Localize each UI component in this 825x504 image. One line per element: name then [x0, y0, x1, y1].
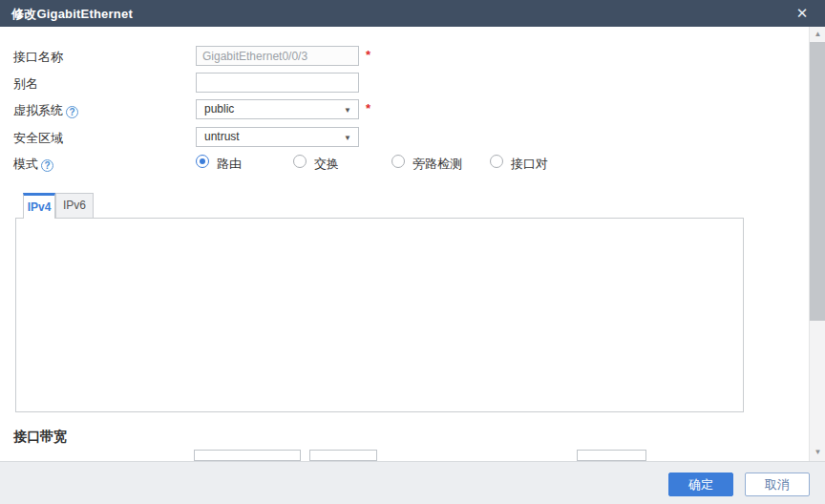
mode-radio-interface-pair[interactable] — [490, 155, 503, 168]
virtual-system-select[interactable]: public ▼ — [196, 99, 359, 119]
close-icon[interactable]: ✕ — [793, 4, 812, 23]
bandwidth-select-partial[interactable] — [577, 450, 646, 461]
mode-label: 模式? — [13, 156, 53, 173]
bandwidth-input-partial[interactable] — [194, 450, 301, 461]
scrollbar-thumb[interactable] — [810, 42, 825, 321]
tab-ipv6[interactable]: IPv6 — [55, 193, 94, 219]
required-asterisk: * — [366, 101, 370, 116]
cancel-button[interactable]: 取消 — [745, 472, 810, 496]
help-icon[interactable]: ? — [41, 159, 53, 172]
mode-radio-switch-label: 交换 — [314, 156, 339, 173]
scroll-down-icon[interactable]: ▼ — [810, 445, 825, 459]
tab-ipv4[interactable]: IPv4 — [23, 193, 55, 219]
ok-button[interactable]: 确定 — [668, 472, 733, 496]
dialog-footer: 确定 取消 — [0, 461, 825, 504]
security-zone-value: untrust — [204, 128, 240, 146]
scroll-up-icon[interactable]: ▲ — [810, 27, 825, 41]
help-icon[interactable]: ? — [66, 106, 78, 118]
chevron-down-icon: ▼ — [344, 106, 351, 115]
dialog-titlebar: 修改GigabitEthernet ✕ — [0, 0, 825, 27]
required-asterisk: * — [366, 48, 370, 62]
modify-interface-dialog: 修改GigabitEthernet ✕ 接口名称 * 别名 虚拟系统? publ… — [0, 0, 825, 504]
virtual-system-value: public — [204, 100, 234, 118]
mode-radio-route-label: 路由 — [217, 156, 242, 173]
mode-radio-interface-pair-label: 接口对 — [511, 156, 548, 173]
security-zone-label: 安全区域 — [13, 130, 63, 147]
mode-radio-bypass-detect[interactable] — [391, 155, 405, 168]
security-zone-select[interactable]: untrust ▼ — [196, 127, 359, 147]
ipv4-panel — [15, 218, 744, 412]
mode-radio-switch[interactable] — [293, 155, 307, 168]
virtual-system-label: 虚拟系统? — [13, 102, 78, 119]
scrollbar[interactable]: ▲ ▼ — [809, 27, 825, 461]
bandwidth-input-partial[interactable] — [309, 450, 377, 461]
alias-label: 别名 — [13, 75, 38, 93]
alias-input[interactable] — [196, 73, 359, 93]
interface-name-label: 接口名称 — [13, 49, 63, 66]
bandwidth-section-title: 接口带宽 — [13, 429, 67, 446]
interface-name-input[interactable] — [196, 46, 359, 66]
dialog-title: 修改GigabitEthernet — [11, 6, 133, 23]
chevron-down-icon: ▼ — [344, 134, 351, 142]
mode-radio-route[interactable] — [196, 155, 209, 168]
mode-radio-bypass-detect-label: 旁路检测 — [412, 156, 462, 173]
